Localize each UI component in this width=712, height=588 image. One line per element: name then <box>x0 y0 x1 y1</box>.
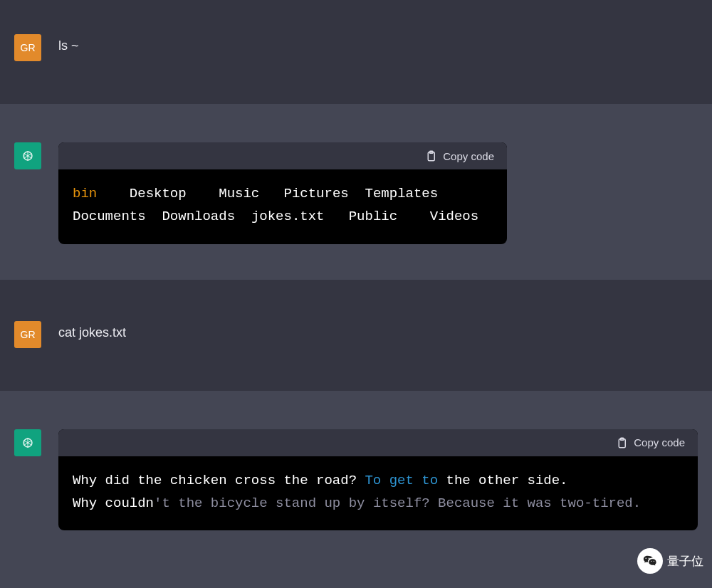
joke1-b: To get to <box>365 473 438 488</box>
code-block-2: Copy code Why did the chicken cross the … <box>58 429 698 531</box>
copy-code-button[interactable]: Copy code <box>424 149 494 162</box>
user-message-text: cat jokes.txt <box>58 321 698 340</box>
user-avatar-initials: GR <box>21 42 36 53</box>
user-message-1: GR ls ~ <box>0 0 712 104</box>
user-message-text: ls ~ <box>58 34 698 53</box>
joke2-b: 't the bicycle stand up by itself? Becau… <box>154 495 641 511</box>
dir-templates: Templates <box>365 186 439 201</box>
user-avatar-initials: GR <box>21 329 36 340</box>
dir-bin: bin <box>73 186 97 201</box>
watermark-text: 量子位 <box>667 553 703 569</box>
dir-pictures: Pictures <box>284 186 349 201</box>
code-body-1[interactable]: bin Desktop Music Pictures Templates Doc… <box>58 169 507 244</box>
openai-logo-icon <box>19 434 37 452</box>
file-jokes: jokes.txt <box>251 209 325 224</box>
joke1-a: Why did the chicken cross the road? <box>73 473 365 488</box>
copy-code-label: Copy code <box>443 150 494 162</box>
assistant-message-2: Copy code Why did the chicken cross the … <box>0 391 712 588</box>
assistant-avatar <box>14 142 41 169</box>
user-message-2: GR cat jokes.txt <box>0 280 712 391</box>
copy-code-label: Copy code <box>634 436 685 448</box>
code-body-2[interactable]: Why did the chicken cross the road? To g… <box>58 456 698 531</box>
clipboard-icon <box>424 149 437 162</box>
joke2-a: Why couldn <box>73 495 154 511</box>
assistant-message-1: Copy code bin Desktop Music Pictures Tem… <box>0 104 712 280</box>
joke1-c: the other side. <box>438 473 567 488</box>
dir-downloads: Downloads <box>162 209 235 224</box>
copy-code-button[interactable]: Copy code <box>615 436 685 449</box>
openai-logo-icon <box>19 147 37 165</box>
dir-music: Music <box>219 186 259 201</box>
watermark: 量子位 <box>637 548 703 574</box>
dir-documents: Documents <box>73 209 146 224</box>
wechat-icon <box>637 548 663 574</box>
dir-public: Public <box>349 209 397 224</box>
user-avatar: GR <box>14 321 41 348</box>
code-header: Copy code <box>58 142 507 169</box>
user-avatar: GR <box>14 34 41 61</box>
dir-videos: Videos <box>430 209 478 224</box>
code-block-1: Copy code bin Desktop Music Pictures Tem… <box>58 142 507 244</box>
clipboard-icon <box>615 436 628 449</box>
code-header: Copy code <box>58 429 698 456</box>
dir-desktop: Desktop <box>130 186 187 201</box>
assistant-avatar <box>14 429 41 456</box>
